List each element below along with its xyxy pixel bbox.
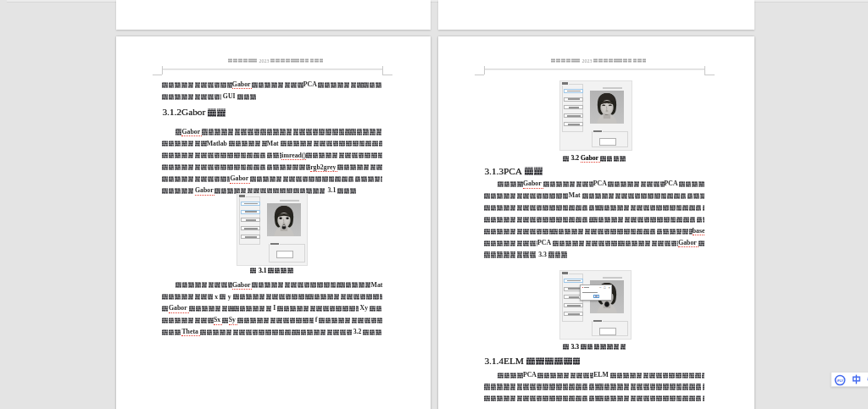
svg-text:iFLY: iFLY bbox=[837, 379, 843, 383]
